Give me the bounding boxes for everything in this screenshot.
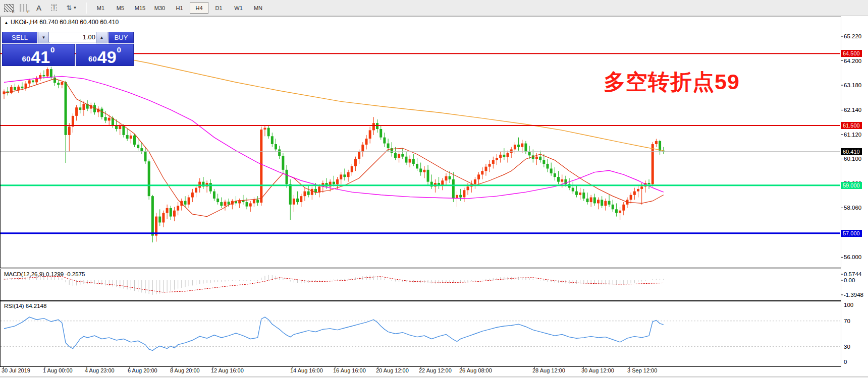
date-tick-label: 4 Aug 23:00 <box>85 367 115 373</box>
buy-price-big: 49 <box>97 49 117 65</box>
chart-direction-icon: ▲ <box>4 20 9 25</box>
rsi-label: RSI(14) 64.2148 <box>4 303 46 309</box>
date-tick-label: 8 Aug 20:00 <box>170 367 200 373</box>
price-tick-label: 63.180 <box>844 82 861 88</box>
price-axis[interactable] <box>841 17 868 366</box>
date-tick-label: 22 Aug 12:00 <box>419 367 452 373</box>
level-price-label: 64.500 <box>841 50 862 57</box>
volume-input[interactable] <box>48 32 98 42</box>
sell-price-box[interactable]: 60410 <box>2 44 75 66</box>
rsi-tick-label: 30 <box>844 344 850 350</box>
date-tick-label: 1 Aug 00:00 <box>43 367 73 373</box>
spin-down-icon: ▼ <box>42 35 46 40</box>
symbol-ohlc-text: UKOil-,H4 60.740 60.840 60.400 60.410 <box>11 19 119 26</box>
rsi-tick-label: 0 <box>844 359 847 365</box>
level-price-label: 59.000 <box>841 182 862 189</box>
spin-up-icon: ▲ <box>100 35 104 40</box>
date-tick-label: 14 Aug 16:00 <box>290 367 323 373</box>
rsi-tick-label: 70 <box>844 318 850 324</box>
buy-price-box[interactable]: 60490 <box>76 44 134 66</box>
one-click-trade-panel: SELL ▼ ▲ BUY 60410 60490 <box>2 29 133 64</box>
macd-tick-label: 0.00 <box>844 277 855 283</box>
chart-annotation-text: 多空转折点59 <box>604 68 740 97</box>
volume-decrease-button[interactable]: ▼ <box>38 32 49 43</box>
buy-price-pip: 0 <box>117 45 121 54</box>
date-tick-label: 28 Aug 12:00 <box>532 367 565 373</box>
sell-button[interactable]: SELL <box>2 32 37 43</box>
symbol-ohlc-line: ▲UKOil-,H4 60.740 60.840 60.400 60.410 <box>4 19 119 26</box>
sell-price-pip: 0 <box>50 45 55 54</box>
volume-increase-button[interactable]: ▲ <box>96 32 107 43</box>
date-tick-label: 16 Aug 16:00 <box>333 367 366 373</box>
trading-platform-window: E F A T ⇅▼ M1M5M15M30H1H4D1W1MN ▲UKOil-,… <box>0 0 868 378</box>
current-price-label: 60.410 <box>841 148 862 155</box>
date-tick-label: 26 Aug 08:00 <box>459 367 492 373</box>
level-price-label: 57.000 <box>841 230 862 237</box>
price-tick-label: 60.100 <box>844 156 861 162</box>
macd-tick-label: -1.3948 <box>844 292 863 298</box>
price-tick-label: 62.140 <box>844 107 861 113</box>
price-tick-label: 61.120 <box>844 132 861 138</box>
buy-button[interactable]: BUY <box>108 32 134 43</box>
price-tick-label: 58.060 <box>844 205 861 211</box>
price-tick-label: 56.000 <box>844 254 861 260</box>
price-tick-label: 65.220 <box>844 33 861 39</box>
rsi-tick-label: 100 <box>844 302 853 308</box>
sell-price-base: 60 <box>22 54 31 63</box>
price-tick-label: 64.200 <box>844 58 861 64</box>
date-tick-label: 20 Aug 12:00 <box>376 367 409 373</box>
sell-price-big: 41 <box>31 49 50 65</box>
macd-label: MACD(12,26,9) 0.1299 -0.2575 <box>4 271 85 277</box>
window-bottom-strip <box>0 376 868 378</box>
buy-price-base: 60 <box>88 54 97 63</box>
level-price-label: 61.500 <box>841 122 862 129</box>
date-tick-label: 3 Sep 12:00 <box>627 367 657 373</box>
date-tick-label: 6 Aug 20:00 <box>128 367 157 373</box>
date-tick-label: 30 Jul 2019 <box>2 367 30 373</box>
date-tick-label: 12 Aug 16:00 <box>211 367 244 373</box>
date-tick-label: 30 Aug 12:00 <box>581 367 614 373</box>
macd-tick-label: 0.5744 <box>844 271 861 277</box>
